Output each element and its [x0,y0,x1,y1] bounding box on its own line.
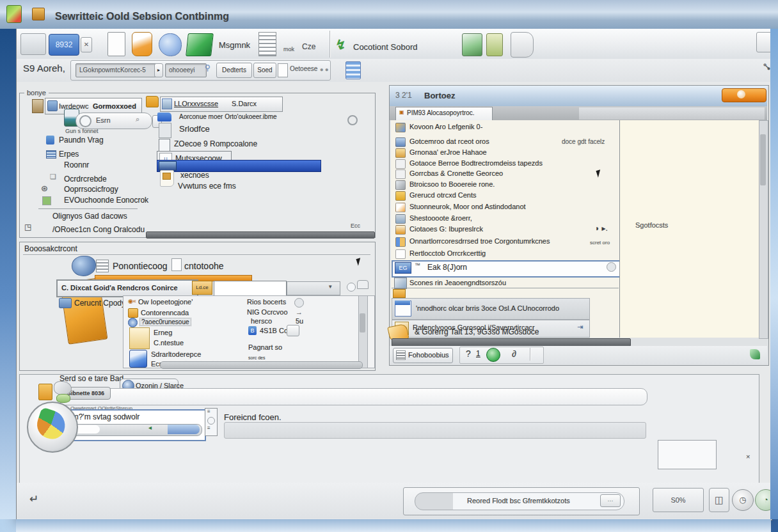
forward-bar[interactable] [224,422,646,439]
note-icon[interactable] [107,32,125,56]
notes-icon[interactable] [486,33,503,56]
fohoboobius-label[interactable]: Fohoboobius [408,351,449,359]
partial-icon[interactable]: ∂ [512,348,516,359]
side-pagnart[interactable]: Pagnart so [248,343,282,351]
right-row-3[interactable]: Gotaoce Berroe Bodtrectromdeiss tapezds [409,159,543,167]
nav-item-4[interactable]: Ooprrsocicfrogy [64,185,118,194]
nav-item-1[interactable]: Erpes [59,150,79,159]
path-button[interactable]: Ld.ce [192,281,212,295]
blue-list-icon[interactable] [345,61,361,79]
code-button[interactable]: 8932 [49,34,79,56]
right-row-0[interactable]: Kovoon Aro Lefgenik 0- [409,123,482,130]
side-hersco[interactable]: hersco [251,317,272,325]
green-corner-icon[interactable] [750,349,760,359]
package-icon[interactable] [186,33,214,56]
right-row-7[interactable]: Stuonneurok, Moor ond Astindodanot [409,203,526,210]
book-button[interactable]: ◫ [709,488,729,512]
right-row16-right-icon[interactable]: ⇥ [577,323,583,331]
msgmnk-label[interactable]: Msgmnk [219,40,250,50]
mug-icon[interactable] [511,32,534,58]
folder-header-label[interactable]: LLOrxxvscsse [174,100,218,107]
one-icon[interactable]: 1 [476,349,480,358]
path-dropdown-arrow[interactable]: ▾ [329,283,332,290]
folder-row2[interactable]: Srlodfce [179,124,210,134]
question-icon[interactable]: ? [466,348,471,359]
list-document-icon[interactable] [258,32,276,56]
globe-icon[interactable] [486,348,500,362]
right-tab-label[interactable]: PIM93 Alocasopoyrtroc. [407,109,475,116]
side-rios[interactable]: Rios bocerts [247,298,286,306]
magnifier-icon[interactable]: ⌕ [136,115,139,123]
nav-tab2[interactable]: Gormoxxoed [93,102,136,110]
mail-icon[interactable] [132,32,152,56]
right-row-9[interactable]: Ciotaoes G: Ibupreslrck [409,225,483,233]
right-row-6[interactable]: Grerucd otrcxd Cents [409,191,477,199]
clock-button[interactable]: ◷ [732,489,754,511]
back-arrow-icon[interactable]: ↵ [29,492,38,506]
footer-combo-button[interactable]: ··· [600,494,621,507]
tree-item-0[interactable]: Ow Iopeetogjone' [138,298,193,306]
right-row-5[interactable]: Btroicsoo to Booereie rone. [409,180,495,188]
right-row-2[interactable]: Grnonaa' erJroe Hahaoe [409,148,487,156]
right-row-1[interactable]: Gotcemroo dat rceot oros [409,137,489,145]
right-row-11[interactable]: Rertlocctob Orrcrkcerttig [409,249,486,257]
tree-item-5[interactable]: Sdrarltoderepce [151,350,201,358]
chat-balloon-icon[interactable] [159,33,182,56]
right-row14[interactable]: Scones rin Jeaoengndtsorszóu [409,279,506,286]
folder-header-right[interactable]: S.Darcx [232,100,257,107]
nav-footer-1[interactable]: /ORoec1cn Cong Oralcodu [52,225,145,234]
tree-vscroll-thumb[interactable] [360,313,365,332]
tree-hscrollbar[interactable] [160,361,363,369]
right-vscroll-thumb[interactable] [760,134,766,185]
side-nig[interactable]: NIG Ocrcvoo [247,308,288,316]
right-selected-label[interactable]: Eak 8(J)orn [427,263,467,272]
current-copy-label[interactable]: Cerucnt Cpody [74,299,125,308]
view-combo[interactable]: ohooeeyi [165,63,207,77]
folder-row7[interactable]: Vvwtuns ece fms [178,182,236,191]
side-rsb[interactable]: 4S1B Co. [260,327,290,334]
right-row17[interactable]: & Gorerrg Tait 13, 9G3so MGosdoce [415,327,539,336]
path-dropdown[interactable] [287,281,340,295]
tree-item-1[interactable]: Contorenncada [141,309,189,317]
folder-row3[interactable]: ZOecoe 9 Rompcoalone [174,139,257,148]
secondary-label[interactable]: cntotoohe [184,261,224,271]
right-row-10[interactable]: Onnartlorrcoresdrrsed troe Corgontumrkcn… [409,237,550,245]
primary-label[interactable]: Ponontiecoog [113,261,168,271]
path-row[interactable]: C. Dixcat Goid'a Rendcros Conirce ottamo… [56,279,198,297]
nav-item-5[interactable]: EVOuchoonde Eonocrok [64,196,148,205]
bottom-white-box[interactable] [658,440,717,469]
soed-button[interactable]: Soed [253,63,276,78]
tree-item-2[interactable]: ?aoec0runesoue [139,318,191,326]
right-row15[interactable]: 'nnodhorc olcar brris 3oce Osl.A CUnocor… [416,304,559,312]
right-selected-row[interactable] [392,260,621,278]
right-row-4[interactable]: Gorrcbas & Cronette Georceo [409,169,503,177]
tree-item-3[interactable]: Erneg [154,329,172,336]
server-combo[interactable]: LGoknpowmtcKorcec-5 [75,63,157,77]
path-input[interactable] [214,281,287,296]
chart-icon[interactable] [462,33,482,56]
footer-combo-value[interactable]: Reored Flodt bsc Gfremtkkotzots [467,497,570,505]
nav-item-2[interactable]: Roonnr [64,160,89,169]
bottom-x-icon[interactable]: × [746,453,750,460]
drawer-icon[interactable] [20,33,46,55]
nav-footer-0[interactable]: Olignyos Gad dacows [52,212,127,221]
connect-label[interactable]: Cocotiont Sobord [353,42,417,52]
folder-row6[interactable]: xecnoes [180,171,209,180]
right-selected-ring-icon[interactable] [607,262,616,272]
dedterts-button[interactable]: Dedterts [216,63,252,78]
cze-label[interactable]: Cze [302,42,315,51]
spinner-down-icon[interactable]: ≡ [207,425,210,431]
ring-icon[interactable] [347,115,358,125]
tree-item-4[interactable]: C.ntestue [154,339,184,347]
oetoeese-label[interactable]: Oetoeese [290,65,317,72]
nav-hscrollbar[interactable] [146,231,375,239]
side-rsb-button[interactable] [287,325,299,336]
combo1-dropdown-arrow[interactable]: ▸ [154,63,163,77]
expand-button[interactable]: ✕ [81,37,92,52]
right-row-8[interactable]: Shestoooote &roerr, [409,214,472,222]
nav-item-3[interactable]: Ocrdrcrebde [64,175,107,184]
spinner-up-icon[interactable]: ≡ [207,409,210,414]
filter-icon[interactable]: ⚲ [205,63,210,72]
small-circle-icon[interactable] [347,283,356,292]
search-input[interactable]: Esrn [96,116,111,124]
